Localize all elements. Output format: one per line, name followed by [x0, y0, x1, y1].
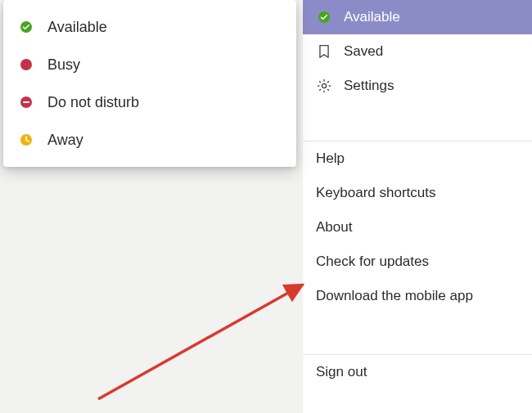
svg-point-11	[20, 59, 32, 70]
menu-label: Check for updates	[316, 254, 429, 270]
menu-label: Help	[316, 150, 345, 167]
menu-spacer	[303, 313, 532, 354]
menu-spacer	[303, 103, 532, 141]
svg-line-8	[319, 89, 321, 91]
svg-line-6	[319, 81, 321, 83]
menu-item-help[interactable]: Help	[303, 141, 532, 176]
svg-line-9	[327, 81, 329, 83]
menu-item-settings[interactable]: Settings	[303, 69, 532, 103]
menu-item-about[interactable]: About	[303, 210, 532, 245]
away-icon	[20, 133, 33, 146]
menu-item-check-for-updates[interactable]: Check for updates	[303, 245, 532, 279]
menu-item-available[interactable]: Available	[303, 0, 532, 34]
svg-line-7	[327, 89, 329, 91]
status-label: Busy	[47, 56, 80, 74]
user-menu: Available Saved	[303, 0, 532, 413]
menu-label: Saved	[344, 43, 383, 60]
available-icon	[20, 20, 33, 34]
status-label: Available	[47, 19, 107, 36]
menu-label: Available	[344, 9, 400, 25]
menu-label: Keyboard shortcuts	[316, 185, 435, 201]
menu-label: Download the mobile app	[316, 288, 473, 304]
status-submenu: Available Busy Do not disturb	[3, 0, 296, 167]
menu-item-keyboard-shortcuts[interactable]: Keyboard shortcuts	[303, 176, 532, 210]
status-item-dnd[interactable]: Do not disturb	[3, 83, 296, 121]
menu-label: About	[316, 219, 352, 236]
status-label: Do not disturb	[47, 94, 139, 111]
gear-icon	[316, 78, 332, 94]
busy-icon	[20, 58, 33, 71]
dnd-icon	[20, 96, 33, 109]
available-icon	[316, 9, 332, 25]
menu-item-saved[interactable]: Saved	[303, 34, 532, 69]
svg-line-15	[98, 285, 303, 399]
menu-label: Settings	[344, 78, 394, 94]
status-label: Away	[47, 132, 83, 149]
status-item-away[interactable]: Away	[3, 121, 296, 159]
status-item-busy[interactable]: Busy	[3, 46, 296, 83]
bookmark-icon	[316, 43, 332, 60]
menu-label: Sign out	[316, 364, 367, 380]
status-item-available[interactable]: Available	[3, 8, 296, 46]
menu-item-download-app[interactable]: Download the mobile app	[303, 279, 532, 313]
svg-point-1	[322, 83, 326, 88]
menu-item-sign-out[interactable]: Sign out	[303, 355, 532, 389]
svg-rect-13	[23, 101, 29, 103]
